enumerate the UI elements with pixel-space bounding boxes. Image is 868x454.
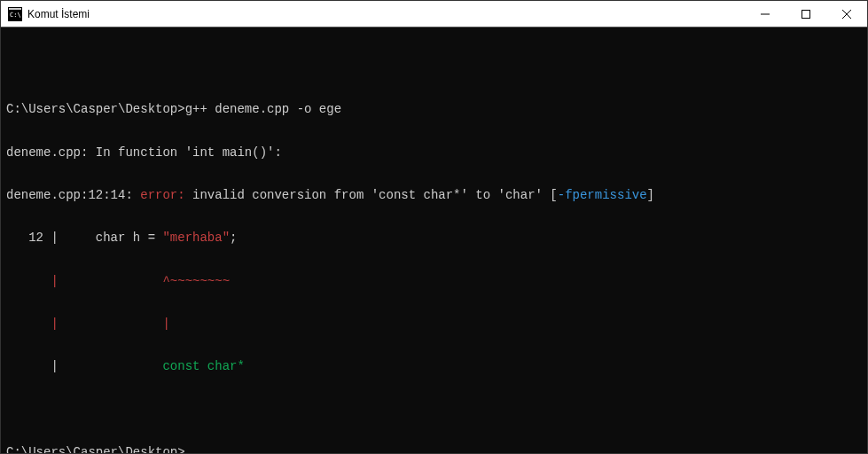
type-to: char (505, 188, 536, 202)
semicolon: ; (230, 231, 237, 245)
pointer-line: | | (6, 317, 862, 331)
command-line: C:\Users\Casper\Desktop>g++ deneme.cpp -… (6, 102, 862, 116)
error-line: deneme.cpp:12:14: error: invalid convers… (6, 188, 862, 202)
close-button[interactable] (826, 1, 867, 27)
file-location: deneme.cpp:12:14: (6, 188, 140, 202)
blank-line (6, 59, 862, 74)
type-line: | const char* (6, 359, 862, 373)
caret-line: | ^~~~~~~~~ (6, 274, 862, 288)
blank-line (6, 402, 862, 416)
error-label: error: (140, 188, 192, 202)
maximize-button[interactable] (786, 1, 826, 27)
compiler-flag: -fpermissive (558, 188, 647, 202)
error-msg: invalid conversion from ' (192, 188, 379, 202)
string-literal: "merhaba" (162, 231, 230, 245)
indent: | (6, 359, 162, 373)
command-text: g++ deneme.cpp -o ege (185, 102, 341, 116)
error-msg: ] (647, 188, 654, 202)
svg-text:C:\: C:\ (10, 12, 21, 19)
titlebar: C:\ Komut İstemi (1, 1, 867, 27)
svg-rect-1 (9, 8, 21, 10)
cmd-icon: C:\ (8, 7, 22, 21)
prompt-text: C:\Users\Casper\Desktop> (6, 102, 185, 116)
type-hint: const char* (162, 359, 244, 373)
window-controls (745, 1, 867, 27)
cmd-window: C:\ Komut İstemi C:\Users\Casper\Desktop… (0, 0, 868, 454)
line-number: 12 | char h = (6, 231, 162, 245)
source-line: 12 | char h = "merhaba"; (6, 231, 862, 245)
minimize-button[interactable] (745, 1, 786, 27)
svg-rect-4 (802, 10, 810, 18)
prompt-line: C:\Users\Casper\Desktop> (6, 445, 862, 453)
window-title: Komut İstemi (27, 8, 745, 20)
error-msg: ' [ (536, 188, 558, 202)
error-msg: ' to ' (461, 188, 505, 202)
terminal-area[interactable]: C:\Users\Casper\Desktop>g++ deneme.cpp -… (1, 27, 867, 453)
type-from: const char* (379, 188, 460, 202)
context-line: deneme.cpp: In function 'int main()': (6, 145, 862, 160)
